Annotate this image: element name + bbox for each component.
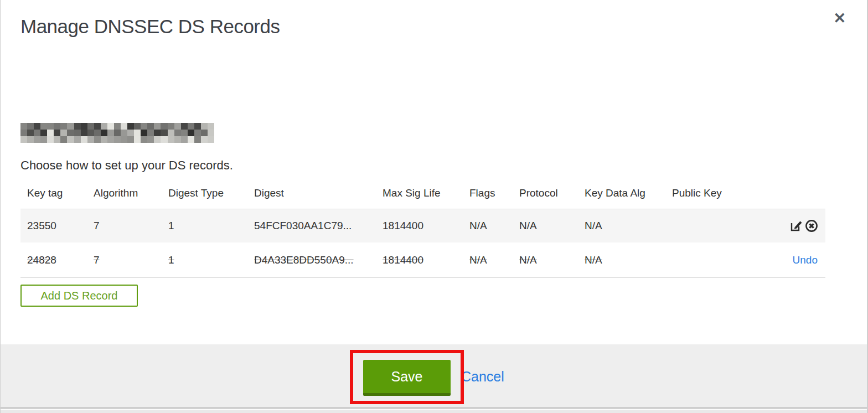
dnssec-ds-records-modal: Manage DNSSEC DS Records ✕ Choose how to…: [0, 0, 868, 413]
cancel-link[interactable]: Cancel: [461, 369, 504, 385]
cell-key-tag: 23550: [27, 220, 56, 232]
cell-algorithm: 7: [94, 254, 100, 266]
table-row-deleted: 24828 7 1 D4A33E8DD550A9... 1814400 N/A …: [20, 242, 825, 278]
cell-max-sig-life: 1814400: [383, 254, 423, 266]
delete-record-icon[interactable]: [804, 219, 819, 233]
close-icon[interactable]: ✕: [833, 11, 846, 26]
save-button[interactable]: Save: [363, 360, 451, 396]
column-header-protocol: Protocol: [519, 187, 558, 199]
cell-protocol: N/A: [519, 220, 537, 232]
instruction-text: Choose how to set up your DS records.: [20, 158, 233, 173]
cell-algorithm: 7: [94, 220, 100, 232]
cell-protocol: N/A: [519, 254, 537, 266]
column-header-max-sig-life: Max Sig Life: [383, 187, 441, 199]
table-row: 23550 7 1 54FCF030AA1C79... 1814400 N/A …: [20, 209, 825, 242]
page-bottom-strip: [1, 410, 867, 413]
cell-key-data-alg: N/A: [585, 254, 602, 266]
add-ds-record-button[interactable]: Add DS Record: [20, 285, 138, 307]
cell-digest: D4A33E8DD550A9...: [254, 254, 354, 266]
column-header-public-key: Public Key: [672, 187, 722, 199]
modal-footer: Save Cancel: [1, 344, 867, 409]
column-header-digest: Digest: [254, 187, 284, 199]
column-header-flags: Flags: [469, 187, 495, 199]
column-header-key-tag: Key tag: [27, 187, 63, 199]
column-header-digest-type: Digest Type: [168, 187, 224, 199]
cell-key-data-alg: N/A: [585, 220, 602, 232]
undo-link[interactable]: Undo: [793, 254, 818, 266]
cell-key-tag: 24828: [27, 254, 56, 266]
row-actions: [789, 219, 819, 233]
cell-max-sig-life: 1814400: [383, 220, 423, 232]
modal-title: Manage DNSSEC DS Records: [20, 16, 280, 38]
redacted-domain-name: [20, 123, 214, 143]
cell-flags: N/A: [469, 254, 487, 266]
column-header-key-data-alg: Key Data Alg: [585, 187, 645, 199]
cell-digest: 54FCF030AA1C79...: [254, 220, 352, 232]
cell-digest-type: 1: [168, 220, 174, 232]
cell-digest-type: 1: [168, 254, 174, 266]
edit-record-icon[interactable]: [789, 219, 803, 233]
cell-flags: N/A: [469, 220, 487, 232]
ds-records-table-header: Key tag Algorithm Digest Type Digest Max…: [20, 184, 825, 209]
column-header-algorithm: Algorithm: [94, 187, 138, 199]
